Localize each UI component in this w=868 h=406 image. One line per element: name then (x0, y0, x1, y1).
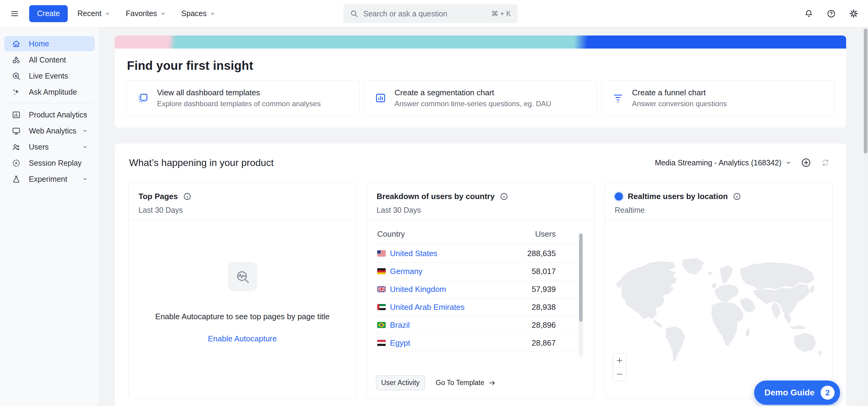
de-flag-icon (377, 268, 386, 274)
project-selector-dropdown[interactable]: Media Streaming - Analytics (168342) (653, 156, 794, 170)
search-input[interactable]: Search or ask a question ⌘ + K (343, 4, 518, 23)
topbar-menu-label: Spaces (181, 9, 207, 18)
refresh-icon[interactable] (818, 156, 833, 170)
card-subtitle: Last 30 Days (377, 206, 584, 214)
table-row: Brazil 28,896 (376, 316, 585, 334)
chevron-down-icon (82, 176, 88, 182)
sidebar-item[interactable]: Product Analytics (4, 107, 95, 122)
sidebar-item-label: Users (29, 143, 49, 151)
banner-card-title: View all dashboard templates (157, 88, 321, 97)
create-button[interactable]: Create (29, 5, 68, 22)
settings-gear-icon[interactable] (847, 7, 861, 21)
demo-guide-badge: 2 (820, 386, 835, 400)
topbar-menu[interactable]: Spaces (176, 5, 221, 22)
world-map[interactable] (605, 221, 832, 398)
dashboard-template-icon (137, 92, 149, 104)
country-link[interactable]: Brazil (390, 320, 410, 330)
country-link[interactable]: United States (390, 249, 437, 258)
help-icon[interactable] (824, 7, 838, 21)
topbar-menu[interactable]: Favorites (120, 5, 172, 22)
chevron-down-icon (82, 144, 88, 150)
enable-autocapture-link[interactable]: Enable Autocapture (208, 334, 277, 343)
sidebar-item[interactable]: Users (4, 139, 95, 155)
whats-happening-section: What’s happening in your product Media S… (115, 143, 846, 406)
table-row: Egypt 28,867 (376, 334, 585, 352)
sidebar-item[interactable]: Web Analytics (4, 123, 95, 138)
users-value: 58,017 (502, 263, 585, 280)
top-pages-card: Top Pages Last 30 Days Enable Autocaptur… (128, 182, 356, 398)
hamburger-menu-icon[interactable] (8, 7, 21, 20)
table-scrollbar-thumb[interactable] (579, 234, 583, 322)
info-icon[interactable] (733, 192, 741, 201)
page-scrollbar-thumb[interactable] (864, 29, 867, 154)
users-value: 28,938 (502, 298, 585, 316)
banner-card-description: Answer conversion questions (632, 100, 727, 108)
add-card-button[interactable] (799, 156, 813, 170)
chevron-down-icon (785, 159, 792, 166)
sidebar-item[interactable]: Experiment (4, 171, 95, 187)
br-flag-icon (377, 322, 386, 328)
map-zoom-out-button[interactable] (613, 367, 626, 381)
sidebar-item-label: Product Analytics (29, 110, 87, 119)
sidebar-item[interactable]: Live Events (4, 68, 95, 83)
banner-card-description: Explore dashboard templates of common an… (157, 100, 321, 108)
table-scrollbar[interactable] (579, 232, 583, 357)
users-icon (11, 142, 21, 152)
demo-guide-label: Demo Guide (765, 388, 814, 398)
banner-action-card[interactable]: Create a segmentation chart Answer commo… (364, 80, 597, 115)
find-insight-banner: Find your first insight View all dashboa… (115, 35, 846, 128)
sidebar-item[interactable]: Home (4, 36, 95, 51)
map-zoom-in-button[interactable] (613, 353, 626, 367)
chevron-down-icon (210, 11, 216, 17)
flask-icon (11, 174, 21, 184)
banner-card-description: Answer common time-series questions, eg.… (395, 100, 551, 108)
notifications-bell-icon[interactable] (802, 7, 816, 21)
ae-flag-icon (377, 304, 386, 310)
chevron-down-icon (82, 128, 88, 134)
chevron-down-icon (160, 11, 166, 17)
info-icon[interactable] (183, 192, 192, 201)
sidebar-item[interactable]: Session Replay (4, 155, 95, 171)
country-link[interactable]: Egypt (390, 338, 410, 348)
us-flag-icon (377, 250, 386, 257)
sidebar-item[interactable]: Ask Amplitude (4, 84, 95, 100)
monitor-icon (11, 126, 21, 136)
demo-guide-button[interactable]: Demo Guide 2 (754, 380, 840, 405)
table-row: United States 288,635 (376, 244, 585, 263)
country-breakdown-card: Breakdown of users by country Last 30 Da… (367, 182, 594, 398)
country-link[interactable]: Germany (390, 267, 423, 276)
country-link[interactable]: United Kingdom (390, 284, 446, 294)
user-activity-button[interactable]: User Activity (376, 375, 425, 390)
banner-gradient-strip (115, 35, 846, 48)
sidebar-divider (5, 103, 94, 103)
table-row: United Arab Emirates 28,938 (376, 298, 585, 316)
info-icon[interactable] (500, 192, 508, 201)
banner-title: Find your first insight (127, 59, 835, 72)
table-row: United Kingdom 57,939 (376, 280, 585, 298)
card-title: Top Pages (138, 192, 178, 201)
topbar-menu[interactable]: Recent (72, 5, 116, 22)
eg-flag-icon (377, 340, 386, 346)
banner-action-card[interactable]: View all dashboard templates Explore das… (126, 80, 360, 115)
country-link[interactable]: United Arab Emirates (390, 303, 465, 312)
table-row: Germany 58,017 (376, 263, 585, 280)
sidebar-item-label: Experiment (29, 175, 67, 183)
bar-chart-icon (11, 110, 21, 120)
segmentation-chart-icon (374, 92, 386, 104)
autocapture-search-icon (228, 262, 257, 291)
search-shortcut: ⌘ + K (491, 10, 511, 18)
topbar-menu-label: Recent (78, 9, 101, 18)
sidebar-item-label: Ask Amplitude (29, 88, 77, 97)
users-value: 57,939 (502, 280, 585, 298)
go-to-template-link[interactable]: Go To Template (436, 379, 496, 387)
page-scrollbar[interactable] (863, 27, 868, 406)
card-title: Realtime users by location (628, 192, 728, 201)
top-navigation-bar: Create Recent Favorites Spaces (0, 0, 868, 27)
chevron-down-icon (82, 112, 88, 118)
banner-card-title: Create a funnel chart (632, 88, 727, 97)
banner-action-card[interactable]: Create a funnel chart Answer conversion … (601, 80, 835, 115)
sidebar-item[interactable]: All Content (4, 52, 95, 67)
project-selector-label: Media Streaming - Analytics (168342) (655, 159, 781, 167)
sidebar-item-label: Live Events (29, 72, 68, 80)
card-title: Breakdown of users by country (377, 192, 495, 201)
